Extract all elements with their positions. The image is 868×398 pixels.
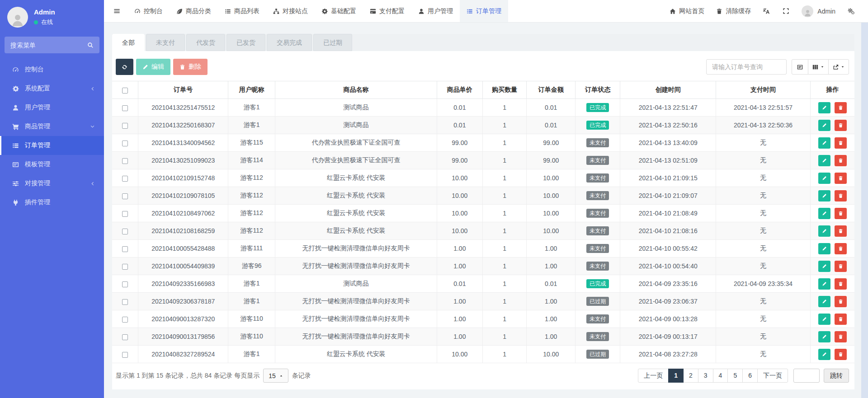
sidebar-item[interactable]: 系统配置 [0,79,104,98]
row-delete-button[interactable] [835,278,847,290]
table-row[interactable]: 202104132250168307 游客1 测试商品 0.01 1 0.01 … [112,117,854,134]
row-delete-button[interactable] [835,296,847,307]
table-row[interactable]: 202104092306378187 游客1 无打扰一键检测清理微信单向好友周卡… [112,293,854,310]
row-delete-button[interactable] [835,243,847,254]
topnav-item[interactable]: 用户管理 [411,0,460,22]
row-delete-button[interactable] [835,102,847,113]
table-row[interactable]: 202104130251099023 游客114 代办营业执照极速下证全国可查 … [112,152,854,169]
refresh-button[interactable] [116,59,133,75]
row-edit-button[interactable] [818,296,830,307]
page-button[interactable]: 5 [727,369,743,383]
page-button[interactable]: 下一页 [757,369,788,383]
row-checkbox[interactable] [122,281,128,287]
row-checkbox[interactable] [122,105,128,111]
detail-view-button[interactable] [792,59,808,75]
settings-button[interactable] [841,0,861,22]
row-checkbox[interactable] [122,334,128,340]
table-row[interactable]: 202104090013179856 游客110 无打扰一键检测清理微信单向好友… [112,328,854,346]
topnav-item[interactable]: 商品分类 [170,0,218,22]
row-delete-button[interactable] [835,314,847,325]
row-delete-button[interactable] [835,208,847,219]
row-delete-button[interactable] [835,225,847,237]
page-button[interactable]: 4 [713,369,728,383]
row-checkbox[interactable] [122,299,128,305]
language-button[interactable] [757,0,776,22]
row-edit-button[interactable] [818,155,830,166]
row-edit-button[interactable] [818,225,830,237]
table-row[interactable]: 202104100054409839 游客96 无打扰一键检测清理微信单向好友周… [112,258,854,275]
row-edit-button[interactable] [818,278,830,290]
export-button[interactable] [828,59,849,75]
row-edit-button[interactable] [818,102,830,113]
columns-button[interactable] [808,59,829,75]
page-button[interactable]: 1 [668,369,684,383]
row-checkbox[interactable] [122,176,128,182]
page-button[interactable]: 6 [742,369,758,383]
menu-search[interactable] [5,37,99,53]
row-edit-button[interactable] [818,314,830,325]
topnav-item[interactable]: 控制台 [127,0,170,22]
page-size-select[interactable]: 15 [263,369,288,383]
page-button[interactable]: 3 [698,369,713,383]
row-checkbox[interactable] [122,317,128,323]
row-checkbox[interactable] [122,352,128,358]
row-edit-button[interactable] [818,331,830,342]
sidebar-item[interactable]: 控制台 [0,60,104,79]
topnav-item[interactable]: 基础配置 [315,0,363,22]
topnav-item[interactable]: 订单管理 [460,0,508,22]
topnav-item[interactable]: 支付配置 [363,0,411,22]
row-edit-button[interactable] [818,349,830,360]
delete-button[interactable]: 删除 [173,59,208,75]
row-delete-button[interactable] [835,190,847,201]
table-row[interactable]: 202104102109152748 游客112 红盟云卡系统 代安装 10.0… [112,169,854,187]
sidebar-user-panel[interactable]: Admin 在线 [0,0,104,33]
status-tab[interactable]: 交易完成 [267,34,312,51]
sidebar-item[interactable]: 订单管理 [0,136,104,155]
row-delete-button[interactable] [835,120,847,131]
sidebar-item[interactable]: 对接管理 [0,174,104,193]
sidebar-item[interactable]: 商品管理 [0,117,104,136]
row-checkbox[interactable] [122,193,128,199]
row-edit-button[interactable] [818,137,830,149]
status-tab[interactable]: 已过期 [313,34,352,51]
status-tab[interactable]: 已发货 [226,34,265,51]
select-all-checkbox[interactable] [122,88,128,94]
sidebar-toggle-button[interactable] [104,0,127,22]
row-edit-button[interactable] [818,261,830,272]
table-row[interactable]: 202104131340094562 游客115 代办营业执照极速下证全国可查 … [112,134,854,152]
row-delete-button[interactable] [835,137,847,149]
order-search-input[interactable] [706,59,787,75]
row-delete-button[interactable] [835,331,847,342]
table-row[interactable]: 202104132251475512 游客1 测试商品 0.01 1 0.01 … [112,99,854,117]
row-checkbox[interactable] [122,229,128,234]
scrollbar[interactable] [861,23,868,398]
status-tab[interactable]: 未支付 [146,34,185,51]
table-row[interactable]: 202104090013287320 游客110 无打扰一键检测清理微信单向好友… [112,310,854,328]
row-checkbox[interactable] [122,158,128,164]
user-menu[interactable]: Admin [796,0,841,22]
row-edit-button[interactable] [818,120,830,131]
row-checkbox[interactable] [122,123,128,129]
page-button[interactable]: 2 [683,369,698,383]
table-row[interactable]: 202104082327289524 游客1 红盟云卡系统 代安装 10.00 … [112,346,854,363]
table-row[interactable]: 202104102109078105 游客112 红盟云卡系统 代安装 10.0… [112,187,854,205]
row-edit-button[interactable] [818,173,830,184]
table-row[interactable]: 202104102108497062 游客112 红盟云卡系统 代安装 10.0… [112,205,854,222]
table-row[interactable]: 202104100055428488 游客111 无打扰一键检测清理微信单向好友… [112,240,854,258]
row-checkbox[interactable] [122,246,128,252]
row-edit-button[interactable] [818,243,830,254]
status-tab[interactable]: 全部 [112,34,145,51]
page-jump-input[interactable] [793,369,820,383]
topnav-item[interactable]: 商品列表 [218,0,266,22]
page-button[interactable]: 上一页 [638,369,669,383]
table-row[interactable]: 202104092335166983 游客1 测试商品 0.01 1 0.01 … [112,275,854,293]
row-edit-button[interactable] [818,190,830,201]
page-jump-button[interactable]: 跳转 [824,369,849,383]
row-delete-button[interactable] [835,349,847,360]
table-row[interactable]: 202104102108168259 游客112 红盟云卡系统 代安装 10.0… [112,222,854,240]
menu-search-input[interactable] [10,42,87,49]
clear-cache-button[interactable]: 清除缓存 [710,0,757,22]
row-delete-button[interactable] [835,261,847,272]
topnav-item[interactable]: 对接站点 [266,0,315,22]
sidebar-item[interactable]: 用户管理 [0,98,104,117]
